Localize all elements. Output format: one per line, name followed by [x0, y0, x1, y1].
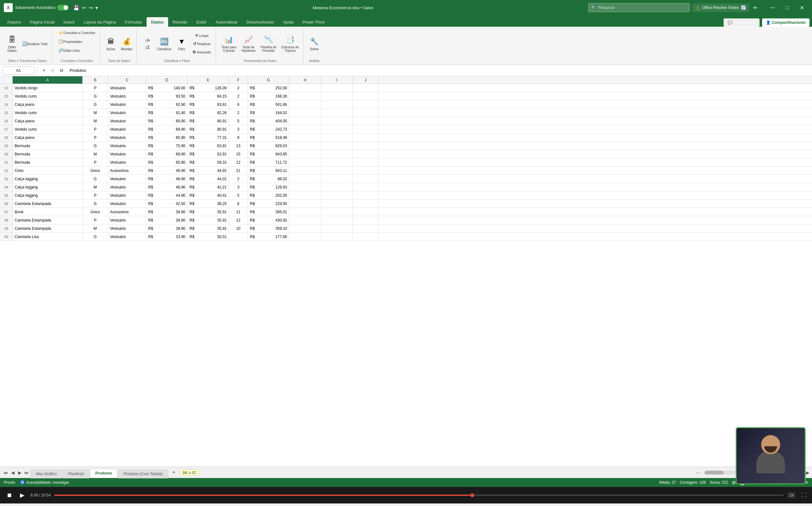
cell-i[interactable] [321, 117, 353, 125]
cell-price-currency[interactable]: R$89,90 [146, 125, 187, 133]
speed-badge[interactable]: 1x [788, 492, 796, 498]
refresh-icon[interactable]: 🔄 [741, 5, 746, 10]
cell-product-name[interactable]: Camiseta Estampada [13, 199, 83, 207]
cell-product-name[interactable]: Camiseta Lisa [13, 233, 83, 241]
cell-category[interactable]: Vestuário [108, 183, 146, 191]
col-header-d[interactable]: D [146, 76, 187, 84]
moedas-button[interactable]: 💰 Moedas [119, 35, 135, 52]
cell-i[interactable] [321, 175, 353, 183]
cell-j[interactable] [353, 191, 378, 199]
maximize-button[interactable]: □ [781, 3, 794, 12]
cell-price-currency[interactable]: R$44,90 [146, 191, 187, 199]
cell-i[interactable] [321, 109, 353, 117]
filtro-button[interactable]: ▼ Filtro [174, 35, 188, 52]
cell-category[interactable]: Vestuário [108, 125, 146, 133]
cell-total-currency[interactable]: R$430,92 [248, 216, 289, 224]
cell-i[interactable] [321, 84, 353, 92]
cell-h[interactable] [289, 175, 321, 183]
cell-total-currency[interactable]: R$168,30 [248, 92, 289, 100]
cell-cost-currency[interactable]: R$80,91 [187, 117, 229, 125]
sheet-nav-last[interactable]: ⏭ [23, 470, 30, 476]
sort-za-button[interactable]: ↕Z [141, 44, 154, 50]
fullscreen-icon[interactable]: ⛶ [802, 492, 807, 498]
table-row[interactable]: 37 Boné Único Acessórios R$39,90 R$35,91… [0, 208, 812, 216]
cell-total-currency[interactable]: R$242,73 [248, 125, 289, 133]
cell-size[interactable]: M [83, 150, 108, 158]
cell-product-name[interactable]: Calça jeans [13, 117, 83, 125]
table-row[interactable]: 25 Vestido curto M Vestuário R$91,40 R$8… [0, 109, 812, 117]
avancado-button[interactable]: ⚙ Avançado [190, 48, 213, 56]
table-row[interactable]: 36 Camiseta Estampada G Vestuário R$42,5… [0, 199, 812, 208]
cell-h[interactable] [289, 167, 321, 174]
cell-product-name[interactable]: Cinto [13, 167, 83, 174]
pen-icon[interactable]: ✏ [753, 5, 757, 11]
tab-layout[interactable]: Layout da Página [79, 17, 120, 27]
cell-h[interactable] [289, 100, 321, 108]
cell-size[interactable]: G [83, 100, 108, 108]
cell-category[interactable]: Vestuário [108, 216, 146, 224]
atualizar-tudo-button[interactable]: 🔄 Atualizar Tudo [20, 40, 50, 48]
minimize-button[interactable]: — [766, 3, 779, 12]
obter-dados-button[interactable]: 🗄 ObterDados [5, 33, 19, 54]
cell-j[interactable] [353, 117, 378, 125]
cell-quantity[interactable]: 6 [229, 100, 248, 108]
cell-quantity[interactable]: 8 [229, 134, 248, 142]
cell-quantity[interactable]: 5 [229, 117, 248, 125]
cell-j[interactable] [353, 100, 378, 108]
comentarios-button[interactable]: 💬 Comentários [724, 18, 759, 27]
cell-product-name[interactable]: Calça jeans [13, 134, 83, 142]
cell-size[interactable]: G [83, 175, 108, 183]
cell-product-name[interactable]: Bermuda [13, 158, 83, 166]
cell-cost-currency[interactable]: R$80,91 [187, 125, 229, 133]
save-icon[interactable]: 💾 [73, 5, 79, 11]
cell-size[interactable]: P [83, 134, 108, 142]
cell-h[interactable] [289, 233, 321, 241]
cell-size[interactable]: P [83, 84, 108, 92]
cell-total-currency[interactable]: R$252,00 [248, 84, 289, 92]
scrollbar-thumb[interactable] [705, 471, 724, 475]
table-row[interactable]: 22 Vestido longo P Vestuário R$140,00 R$… [0, 84, 812, 92]
cell-size[interactable]: M [83, 183, 108, 191]
redo-icon[interactable]: ↪ [89, 5, 93, 11]
cell-quantity[interactable]: 10 [229, 225, 248, 232]
cell-product-name[interactable]: Calça legging [13, 183, 83, 191]
cell-h[interactable] [289, 183, 321, 191]
tab-planilha3[interactable]: Planilha3 [63, 470, 89, 478]
cell-total-currency[interactable]: R$943,65 [248, 150, 289, 158]
sheet-nav-first[interactable]: ⏮ [3, 470, 9, 476]
cell-total-currency[interactable]: R$943,11 [248, 167, 289, 174]
table-row[interactable]: 40 Camiseta Lisa G Vestuário R$33,90 R$3… [0, 233, 812, 241]
cell-total-currency[interactable]: R$829,53 [248, 142, 289, 150]
cell-category[interactable]: Vestuário [108, 199, 146, 207]
cell-quantity[interactable]: 3 [229, 125, 248, 133]
cell-quantity[interactable]: 2 [229, 92, 248, 100]
cell-price-currency[interactable]: R$91,40 [146, 109, 187, 117]
cell-j[interactable] [353, 84, 378, 92]
table-row[interactable]: 24 Calça jeans G Vestuário R$92,90 R$83,… [0, 100, 812, 109]
cell-cost-currency[interactable]: R$62,91 [187, 150, 229, 158]
col-header-h[interactable]: H [289, 76, 321, 84]
cell-i[interactable] [321, 183, 353, 191]
cell-total-currency[interactable]: R$359,10 [248, 225, 289, 232]
cell-h[interactable] [289, 125, 321, 133]
cell-total-currency[interactable]: R$126,63 [248, 183, 289, 191]
table-row[interactable]: 30 Bermuda M Vestuário R$69,90 R$62,91 1… [0, 150, 812, 158]
cell-cost-currency[interactable]: R$35,91 [187, 216, 229, 224]
cell-category[interactable]: Vestuário [108, 109, 146, 117]
reaplicar-button[interactable]: ↺ Reaplicar [190, 40, 213, 48]
cell-j[interactable] [353, 175, 378, 183]
table-row[interactable]: 35 Calça legging P Vestuário R$44,90 R$4… [0, 191, 812, 199]
cell-j[interactable] [353, 183, 378, 191]
cell-i[interactable] [321, 225, 353, 232]
cell-quantity[interactable]: 11 [229, 208, 248, 216]
col-header-c[interactable]: C [108, 76, 146, 84]
cell-size[interactable]: Único [83, 208, 108, 216]
col-header-e[interactable]: E [187, 76, 229, 84]
table-row[interactable]: 38 Camiseta Estampada P Vestuário R$39,9… [0, 216, 812, 225]
tab-dados[interactable]: Dados [147, 17, 168, 27]
cell-i[interactable] [321, 134, 353, 142]
cell-category[interactable]: Acessórios [108, 167, 146, 174]
cell-j[interactable] [353, 142, 378, 150]
tab-revisao[interactable]: Revisão [168, 17, 192, 27]
cell-size[interactable]: P [83, 216, 108, 224]
